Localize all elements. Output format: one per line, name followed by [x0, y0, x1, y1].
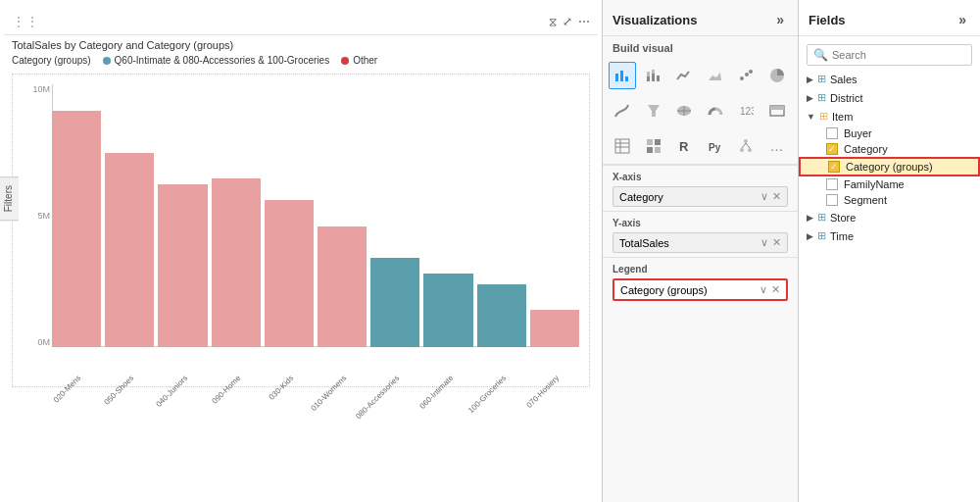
svg-rect-20 [615, 139, 629, 153]
bars-area: 020-Mens050-Shoes040-Juniors090-Home030-… [52, 84, 579, 347]
bar[interactable] [370, 258, 419, 347]
viz-python-icon[interactable]: Py [702, 132, 729, 160]
bar-group: 070-Hosiery [530, 84, 579, 347]
viz-card-icon[interactable] [763, 97, 791, 125]
field-group-item: ▼ ⊞ Item Buyer ✓ Category ✓ Category (gr… [799, 107, 980, 208]
viz-table-icon[interactable] [609, 132, 636, 160]
legend-field[interactable]: Category (groups) ∨ ✕ [612, 278, 788, 301]
viz-gauge-icon[interactable] [702, 97, 729, 125]
familyname-checkbox[interactable] [826, 178, 838, 190]
bar[interactable] [212, 178, 261, 347]
store-chevron-icon: ▶ [807, 213, 813, 223]
x-axis-label: 010-Womens [310, 374, 349, 413]
svg-rect-6 [652, 70, 655, 74]
x-axis-chevron[interactable]: ∨ [760, 190, 768, 203]
bar[interactable] [423, 274, 472, 347]
viz-ribbon-icon[interactable] [609, 97, 636, 125]
time-table-icon: ⊞ [817, 229, 826, 242]
svg-point-30 [744, 139, 748, 143]
x-axis-field[interactable]: Category ∨ ✕ [612, 186, 788, 207]
bar[interactable] [477, 284, 526, 347]
field-group-store: ▶ ⊞ Store [799, 208, 980, 226]
legend-remove[interactable]: ✕ [771, 283, 780, 296]
field-item-category-groups[interactable]: ✓ Category (groups) [799, 157, 980, 176]
time-chevron-icon: ▶ [807, 231, 813, 241]
legend-label-teal: Q60-Intimate & 080-Accessories & 100-Gro… [115, 55, 330, 66]
viz-area-chart-icon[interactable] [702, 62, 729, 89]
y-axis-section: Y-axis TotalSales ∨ ✕ [603, 211, 798, 257]
svg-rect-27 [655, 147, 661, 153]
bar[interactable] [265, 200, 314, 347]
bar[interactable] [105, 153, 154, 347]
more-icon[interactable]: ⋯ [578, 15, 590, 28]
bar[interactable] [530, 310, 579, 347]
viz-icons-grid [603, 58, 798, 93]
viz-bar-chart-icon[interactable] [609, 62, 636, 89]
bar-group: 050-Shoes [105, 84, 154, 347]
segment-checkbox[interactable] [826, 194, 838, 206]
x-axis-label: 020-Mens [52, 374, 83, 405]
district-chevron-icon: ▶ [807, 93, 813, 103]
field-item-segment[interactable]: Segment [799, 192, 980, 208]
viz-funnel-icon[interactable] [640, 97, 667, 125]
filter-icon[interactable]: ⧖ [549, 15, 557, 28]
viz-scatter-icon[interactable] [732, 62, 760, 89]
x-axis-remove[interactable]: ✕ [772, 190, 781, 203]
field-item-buyer[interactable]: Buyer [799, 126, 980, 141]
bar[interactable] [52, 111, 101, 347]
segment-label: Segment [844, 194, 887, 206]
search-input[interactable] [832, 49, 965, 61]
y-axis-label: Y-axis [612, 218, 788, 228]
item-label: Item [832, 111, 853, 123]
district-table-icon: ⊞ [817, 91, 826, 104]
viz-expand-btn[interactable]: » [772, 10, 788, 29]
field-group-time-header[interactable]: ▶ ⊞ Time [799, 226, 980, 245]
field-group-district-header[interactable]: ▶ ⊞ District [799, 88, 980, 107]
sales-table-icon: ⊞ [817, 73, 826, 85]
field-group-sales-header[interactable]: ▶ ⊞ Sales [799, 70, 980, 88]
bar-group: 080-Accessories [370, 84, 419, 347]
x-axis-label: 060-Intimate [417, 374, 455, 411]
viz-stacked-bar-icon[interactable] [640, 62, 667, 89]
legend-label-other: Other [353, 55, 377, 66]
familyname-label: FamilyName [844, 178, 905, 190]
y-label-5m: 5M [37, 211, 50, 221]
field-group-item-header[interactable]: ▼ ⊞ Item [799, 107, 980, 126]
bar[interactable] [158, 184, 207, 347]
category-groups-checkbox[interactable]: ✓ [828, 161, 840, 173]
field-group-store-header[interactable]: ▶ ⊞ Store [799, 208, 980, 226]
viz-map-icon[interactable] [670, 97, 698, 125]
legend-chevron[interactable]: ∨ [760, 283, 767, 296]
viz-matrix-icon[interactable] [640, 132, 667, 160]
viz-line-chart-icon[interactable] [670, 62, 698, 89]
buyer-checkbox[interactable] [826, 127, 838, 139]
x-axis-label: 050-Shoes [103, 374, 136, 407]
bar-group: 090-Home [212, 84, 261, 347]
y-axis-field[interactable]: TotalSales ∨ ✕ [612, 232, 788, 253]
viz-pie-icon[interactable] [763, 62, 791, 89]
svg-text:Py: Py [709, 142, 721, 153]
field-item-familyname[interactable]: FamilyName [799, 176, 980, 192]
bar[interactable] [318, 226, 367, 347]
viz-decomp-icon[interactable] [732, 132, 760, 160]
viz-more-icon[interactable]: … [763, 132, 791, 160]
svg-point-31 [740, 148, 744, 152]
expand-icon[interactable]: ⤢ [563, 15, 572, 28]
svg-rect-2 [625, 76, 628, 81]
item-table-icon: ⊞ [819, 110, 828, 123]
x-axis-label: 040-Juniors [154, 374, 189, 409]
field-item-category[interactable]: ✓ Category [799, 141, 980, 157]
fields-expand-btn[interactable]: » [955, 10, 970, 29]
fields-search-box[interactable]: 🔍 [807, 44, 972, 66]
svg-rect-5 [652, 74, 655, 81]
filters-tab[interactable]: Filters [0, 176, 19, 221]
y-label-0m: 0M [37, 337, 50, 347]
y-axis-chevron[interactable]: ∨ [760, 236, 768, 249]
field-group-sales: ▶ ⊞ Sales [799, 70, 980, 88]
bar-group: 060-Intimate [423, 84, 472, 347]
viz-kpi-icon[interactable]: 123 [732, 97, 760, 125]
category-checkbox[interactable]: ✓ [826, 143, 838, 155]
y-axis-remove[interactable]: ✕ [772, 236, 781, 249]
sales-label: Sales [830, 74, 858, 85]
viz-r-icon[interactable]: R [670, 132, 698, 160]
